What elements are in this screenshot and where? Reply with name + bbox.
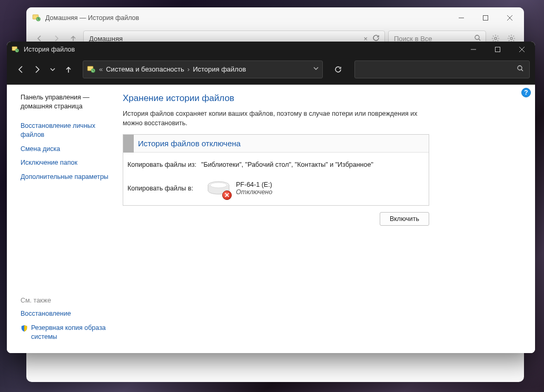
- svg-point-4: [494, 37, 497, 39]
- chevron-down-icon[interactable]: [313, 65, 319, 73]
- minimize-button[interactable]: [461, 42, 486, 57]
- back-window-title: Домашняя — История файлов: [45, 14, 449, 22]
- app-icon: [32, 13, 41, 23]
- back-titlebar: Домашняя — История файлов: [26, 7, 524, 28]
- front-window-title: История файлов: [24, 46, 461, 53]
- copy-to-row: Копировать файлы в: ✕: [127, 179, 424, 198]
- copy-from-row: Копировать файлы из: "Библиотеки", "Рабо…: [127, 161, 424, 168]
- close-button[interactable]: [510, 42, 534, 57]
- sidebar-see-also-header: См. также: [21, 297, 114, 304]
- address-bar[interactable]: « Система и безопасность › История файло…: [83, 61, 323, 78]
- drive-name: PF-64-1 (E:): [236, 181, 272, 188]
- breadcrumb-separator-icon: ›: [187, 65, 190, 73]
- nav-up-button[interactable]: [62, 63, 75, 76]
- sidebar-link-system-image[interactable]: Резервная копия образа системы: [31, 324, 114, 341]
- svg-point-5: [510, 37, 512, 39]
- sidebar-link-advanced[interactable]: Дополнительные параметры: [21, 173, 110, 182]
- maximize-button[interactable]: [486, 42, 510, 57]
- sidebar-home-link[interactable]: Панель управления — домашняя страница: [21, 93, 114, 111]
- error-badge-icon: ✕: [222, 190, 232, 200]
- copy-to-label: Копировать файлы в:: [127, 185, 201, 192]
- back-close-button[interactable]: [498, 9, 522, 26]
- app-icon: [11, 45, 19, 54]
- copy-from-value: "Библиотеки", "Рабочий стол", "Контакты"…: [201, 161, 424, 168]
- content-area: Хранение истории файлов История файлов с…: [117, 85, 535, 353]
- breadcrumb-prefix: «: [99, 65, 103, 73]
- svg-rect-2: [483, 16, 488, 21]
- svg-rect-8: [496, 47, 500, 52]
- sidebar-link-change-drive[interactable]: Смена диска: [21, 145, 110, 154]
- nav-forward-button[interactable]: [30, 63, 44, 76]
- svg-point-3: [475, 35, 479, 39]
- front-toolbar: « Система и безопасность › История файло…: [7, 57, 535, 85]
- back-minimize-button[interactable]: [449, 9, 473, 26]
- back-window-controls: [449, 9, 522, 26]
- breadcrumb-part-2[interactable]: История файлов: [193, 65, 246, 73]
- breadcrumb-part-1[interactable]: Система и безопасность: [106, 65, 184, 73]
- action-row: Включить: [123, 212, 429, 226]
- status-title: История файлов отключена: [138, 139, 241, 148]
- app-icon: [86, 65, 96, 74]
- window-body: ? Панель управления — домашняя страница …: [7, 85, 535, 353]
- status-flag-icon: [123, 135, 134, 153]
- copy-from-label: Копировать файлы из:: [127, 161, 201, 168]
- nav-back-button[interactable]: [14, 63, 28, 76]
- sidebar-link-restore-personal[interactable]: Восстановление личных файлов: [21, 122, 110, 139]
- enable-button[interactable]: Включить: [380, 212, 429, 226]
- foreground-window: История файлов « Система и безопасность …: [7, 42, 535, 353]
- shield-icon: [21, 325, 28, 332]
- svg-point-13: [210, 183, 227, 188]
- search-icon: [517, 65, 524, 74]
- drive-state: Отключено: [236, 188, 272, 196]
- help-icon[interactable]: ?: [521, 88, 531, 97]
- status-panel: История файлов отключена Копировать файл…: [123, 134, 429, 206]
- sidebar: Панель управления — домашняя страница Во…: [7, 85, 117, 353]
- sidebar-link-exclude-folders[interactable]: Исключение папок: [21, 158, 110, 167]
- back-maximize-button[interactable]: [473, 9, 498, 26]
- search-box[interactable]: [354, 61, 530, 78]
- sidebar-link-recovery[interactable]: Восстановление: [21, 309, 110, 318]
- page-heading: Хранение истории файлов: [123, 93, 522, 104]
- status-header: История файлов отключена: [123, 135, 429, 153]
- refresh-button[interactable]: [329, 61, 347, 78]
- page-description: История файлов сохраняет копии ваших фай…: [123, 109, 433, 128]
- svg-point-11: [518, 66, 522, 70]
- nav-recent-dropdown[interactable]: [46, 63, 60, 76]
- drive-icon: ✕: [206, 179, 231, 198]
- front-titlebar: История файлов: [7, 42, 535, 57]
